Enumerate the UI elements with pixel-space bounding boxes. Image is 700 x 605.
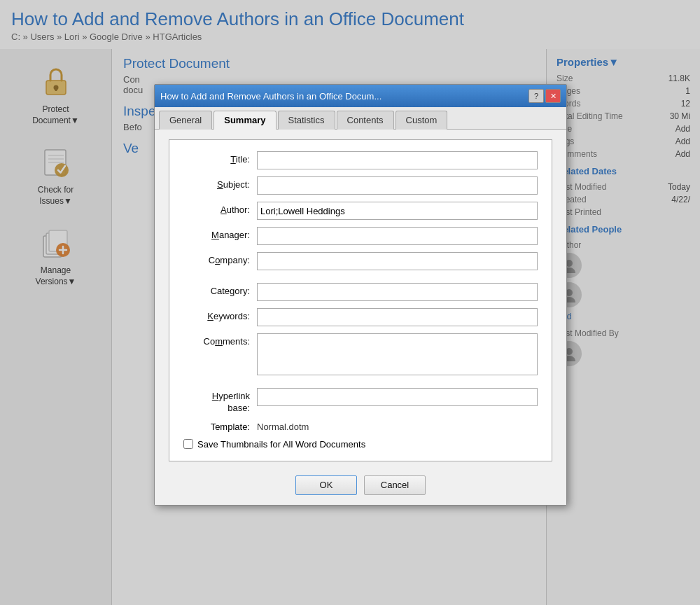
keywords-input[interactable] bbox=[257, 308, 538, 326]
form-row-title: Title: bbox=[183, 151, 538, 169]
cancel-button[interactable]: Cancel bbox=[364, 475, 426, 495]
tab-general[interactable]: General bbox=[159, 111, 212, 130]
hyperlink-input[interactable] bbox=[257, 388, 538, 406]
category-input[interactable] bbox=[257, 283, 538, 301]
form-row-manager: Manager: bbox=[183, 227, 538, 245]
title-input[interactable] bbox=[257, 151, 538, 169]
ok-button[interactable]: OK bbox=[295, 475, 357, 495]
save-thumbnails-label[interactable]: Save Thumbnails for All Word Documents bbox=[197, 439, 365, 450]
dialog-inner: Title: Subject: Author: Manager: Company… bbox=[169, 139, 552, 461]
dialog-help-button[interactable]: ? bbox=[528, 89, 544, 103]
form-label-keywords: Keywords: bbox=[183, 308, 257, 321]
save-thumbnails-checkbox[interactable] bbox=[183, 439, 193, 449]
form-row-author: Author: bbox=[183, 202, 538, 220]
form-row-comments: Comments: bbox=[183, 333, 538, 375]
form-label-category: Category: bbox=[183, 283, 257, 296]
tab-custom[interactable]: Custom bbox=[396, 111, 448, 130]
template-label: Template: bbox=[183, 422, 257, 432]
template-value: Normal.dotm bbox=[257, 422, 309, 432]
form-label-company: Company: bbox=[183, 252, 257, 265]
tab-statistics[interactable]: Statistics bbox=[278, 111, 335, 130]
dialog-body: Title: Subject: Author: Manager: Company… bbox=[155, 130, 566, 468]
form-row-hyperlink: Hyperlinkbase: bbox=[183, 388, 538, 415]
document-properties-dialog: How to Add and Remove Authors in an Offi… bbox=[154, 84, 567, 506]
form-label-subject: Subject: bbox=[183, 176, 257, 190]
manager-input[interactable] bbox=[257, 227, 538, 245]
form-label-comments: Comments: bbox=[183, 333, 257, 347]
subject-input[interactable] bbox=[257, 176, 538, 195]
tab-summary[interactable]: Summary bbox=[214, 111, 276, 130]
form-row-company: Company: bbox=[183, 252, 538, 270]
dialog-title: How to Add and Remove Authors in an Offi… bbox=[160, 91, 523, 102]
form-row-category: Category: bbox=[183, 283, 538, 301]
comments-textarea[interactable] bbox=[257, 333, 538, 375]
form-label-title: Title: bbox=[183, 151, 257, 165]
author-input[interactable] bbox=[257, 202, 538, 220]
dialog-close-button[interactable]: ✕ bbox=[545, 89, 561, 103]
form-label-author: Author: bbox=[183, 202, 257, 215]
dialog-controls: ? ✕ bbox=[528, 89, 561, 103]
dialog-titlebar: How to Add and Remove Authors in an Offi… bbox=[155, 85, 566, 107]
tab-contents[interactable]: Contents bbox=[337, 111, 394, 130]
tab-bar: General Summary Statistics Contents Cust… bbox=[155, 107, 566, 130]
form-row-keywords: Keywords: bbox=[183, 308, 538, 326]
checkbox-row: Save Thumbnails for All Word Documents bbox=[183, 439, 538, 450]
template-row: Template: Normal.dotm bbox=[183, 422, 538, 432]
form-label-hyperlink: Hyperlinkbase: bbox=[183, 388, 257, 415]
company-input[interactable] bbox=[257, 252, 538, 270]
form-label-manager: Manager: bbox=[183, 227, 257, 240]
form-row-subject: Subject: bbox=[183, 176, 538, 195]
dialog-footer: OK Cancel bbox=[155, 468, 566, 505]
